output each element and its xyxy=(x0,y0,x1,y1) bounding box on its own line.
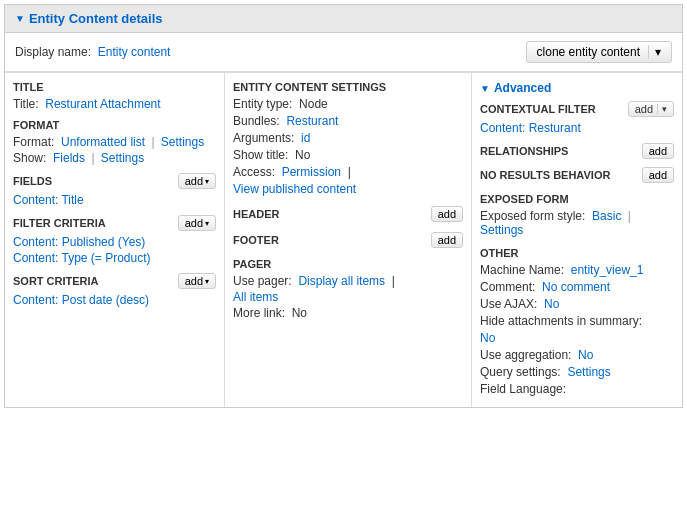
panel-header: ▼ Entity Content details xyxy=(5,5,682,33)
exposed-style-value[interactable]: Basic xyxy=(592,209,621,223)
bundles-row: Bundles: Resturant xyxy=(233,114,463,128)
right-column: ▼ Advanced CONTEXTUAL FILTER add ▾ Conte… xyxy=(472,73,682,407)
comment-label: Comment: xyxy=(480,280,535,294)
header-section-row: HEADER add xyxy=(233,206,463,222)
no-results-add-button[interactable]: add xyxy=(642,167,674,183)
no-results-add-label: add xyxy=(649,169,667,181)
exposed-settings-link[interactable]: Settings xyxy=(480,223,523,237)
field-language-row: Field Language: xyxy=(480,382,674,396)
ajax-value[interactable]: No xyxy=(544,297,559,311)
aggregation-label: Use aggregation: xyxy=(480,348,571,362)
title-label: Title: xyxy=(13,97,39,111)
filter2-row: Content: Type (= Product) xyxy=(13,251,216,265)
fields-section-row: FIELDS add ▾ xyxy=(13,173,216,189)
contextual-add-arrow[interactable]: ▾ xyxy=(657,104,667,114)
exposed-form-title: EXPOSED FORM xyxy=(480,193,674,205)
mid-column: ENTITY CONTENT SETTINGS Entity type: Nod… xyxy=(225,73,472,407)
show-label: Show: xyxy=(13,151,46,165)
machine-name-label: Machine Name: xyxy=(480,263,564,277)
show-title-value: No xyxy=(295,148,310,162)
pager-more-label: More link: xyxy=(233,306,285,320)
arguments-value[interactable]: id xyxy=(301,131,310,145)
clone-button-label: clone entity content xyxy=(537,45,640,59)
filter-section-header: FILTER CRITERIA xyxy=(13,217,106,229)
header-add-button[interactable]: add xyxy=(431,206,463,222)
show-settings-link[interactable]: Settings xyxy=(101,151,144,165)
arguments-label: Arguments: xyxy=(233,131,294,145)
sort-add-button[interactable]: add ▾ xyxy=(178,273,216,289)
sort-add-arrow: ▾ xyxy=(205,277,209,286)
no-results-section-row: NO RESULTS BEHAVIOR add xyxy=(480,167,674,183)
footer-add-button[interactable]: add xyxy=(431,232,463,248)
comment-row: Comment: No comment xyxy=(480,280,674,294)
view-published-row: View published content xyxy=(233,182,463,196)
collapse-icon[interactable]: ▼ xyxy=(15,13,25,24)
title-value[interactable]: Resturant Attachment xyxy=(45,97,160,111)
access-label: Access: xyxy=(233,165,275,179)
bundles-label: Bundles: xyxy=(233,114,280,128)
query-value[interactable]: Settings xyxy=(567,365,610,379)
fields-section-header: FIELDS xyxy=(13,175,52,187)
filter1-link[interactable]: Content: Published (Yes) xyxy=(13,235,145,249)
aggregation-row: Use aggregation: No xyxy=(480,348,674,362)
pager-use-row: Use pager: Display all items | xyxy=(233,274,463,288)
fields-content-link[interactable]: Content: Title xyxy=(13,193,84,207)
fields-add-label: add xyxy=(185,175,203,187)
sort-section-row: SORT CRITERIA add ▾ xyxy=(13,273,216,289)
entity-type-value: Node xyxy=(299,97,328,111)
header-add-label: add xyxy=(438,208,456,220)
arguments-row: Arguments: id xyxy=(233,131,463,145)
filter-add-button[interactable]: add ▾ xyxy=(178,215,216,231)
format-value[interactable]: Unformatted list xyxy=(61,135,145,149)
relationships-add-label: add xyxy=(649,145,667,157)
view-published-link[interactable]: View published content xyxy=(233,182,356,196)
field-language-label: Field Language: xyxy=(480,382,566,396)
hide-attachments-value[interactable]: No xyxy=(480,331,495,345)
fields-link[interactable]: Fields xyxy=(53,151,85,165)
filter2-link[interactable]: Content: Type (= Product) xyxy=(13,251,151,265)
query-row: Query settings: Settings xyxy=(480,365,674,379)
no-results-title: NO RESULTS BEHAVIOR xyxy=(480,169,610,181)
content-area: TITLE Title: Resturant Attachment FORMAT… xyxy=(5,72,682,407)
machine-name-value[interactable]: entity_view_1 xyxy=(571,263,644,277)
pager-use-label: Use pager: xyxy=(233,274,292,288)
header-section-title: HEADER xyxy=(233,208,279,220)
advanced-triangle-icon[interactable]: ▼ xyxy=(480,83,490,94)
filter-add-arrow: ▾ xyxy=(205,219,209,228)
pager-all-items-link[interactable]: All items xyxy=(233,290,278,304)
hide-attachments-label: Hide attachments in summary: xyxy=(480,314,642,328)
machine-name-row: Machine Name: entity_view_1 xyxy=(480,263,674,277)
main-panel: ▼ Entity Content details Display name: E… xyxy=(4,4,683,408)
separator: | xyxy=(151,135,154,149)
hide-attachments-value-row: No xyxy=(480,331,674,345)
format-section-header: FORMAT xyxy=(13,119,216,131)
format-label: Format: xyxy=(13,135,54,149)
format-settings-link[interactable]: Settings xyxy=(161,135,204,149)
sort-add-label: add xyxy=(185,275,203,287)
fields-add-button[interactable]: add ▾ xyxy=(178,173,216,189)
contextual-add-button[interactable]: add ▾ xyxy=(628,101,674,117)
contextual-content-row: Content: Resturant xyxy=(480,121,674,135)
footer-section-row: FOOTER add xyxy=(233,232,463,248)
comment-value[interactable]: No comment xyxy=(542,280,610,294)
show-title-row: Show title: No xyxy=(233,148,463,162)
panel-title: Entity Content details xyxy=(29,11,163,26)
contextual-content-link[interactable]: Content: Resturant xyxy=(480,121,581,135)
footer-section-title: FOOTER xyxy=(233,234,279,246)
aggregation-value[interactable]: No xyxy=(578,348,593,362)
sort1-link[interactable]: Content: Post date (desc) xyxy=(13,293,149,307)
clone-button[interactable]: clone entity content ▾ xyxy=(526,41,672,63)
relationships-add-button[interactable]: add xyxy=(642,143,674,159)
fields-add-arrow: ▾ xyxy=(205,177,209,186)
clone-button-arrow[interactable]: ▾ xyxy=(648,45,661,59)
entity-settings-header: ENTITY CONTENT SETTINGS xyxy=(233,81,463,93)
title-section-header: TITLE xyxy=(13,81,216,93)
entity-type-row: Entity type: Node xyxy=(233,97,463,111)
access-value[interactable]: Permission xyxy=(282,165,341,179)
pager-more-row: More link: No xyxy=(233,306,463,320)
advanced-label: Advanced xyxy=(494,81,551,95)
pager-display-all-link[interactable]: Display all items xyxy=(298,274,385,288)
contextual-add-label: add xyxy=(635,103,657,115)
display-name-value[interactable]: Entity content xyxy=(98,45,171,59)
bundles-value[interactable]: Resturant xyxy=(286,114,338,128)
